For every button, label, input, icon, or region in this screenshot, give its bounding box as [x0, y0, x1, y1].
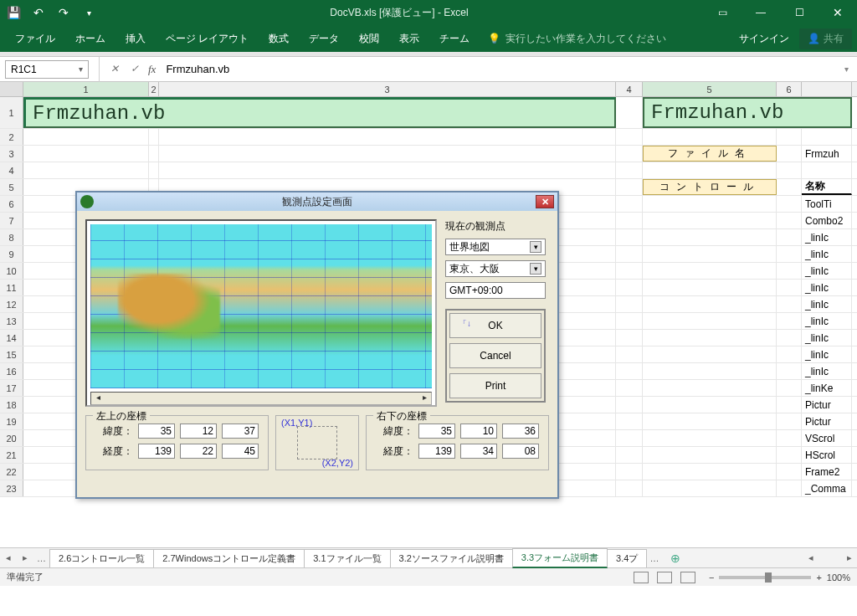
cell[interactable]: [643, 229, 777, 245]
sheet-tab[interactable]: 3.3フォーム説明書: [512, 548, 608, 568]
tab-home[interactable]: ホーム: [65, 25, 115, 52]
row-header[interactable]: 6: [0, 196, 23, 212]
undo-icon[interactable]: ↶: [32, 6, 45, 19]
pagelayout-view-icon[interactable]: [657, 572, 672, 583]
cell[interactable]: [616, 447, 643, 463]
cell[interactable]: Frmzuh: [802, 146, 852, 162]
cell[interactable]: [777, 280, 802, 295]
zoom-out-button[interactable]: −: [709, 572, 714, 583]
cell[interactable]: _linKe: [802, 380, 852, 396]
cell[interactable]: 名称: [802, 179, 852, 195]
row-header[interactable]: 5: [0, 179, 23, 195]
cell[interactable]: [616, 464, 643, 480]
cell[interactable]: [802, 162, 852, 178]
maximize-button[interactable]: ☐: [780, 0, 819, 25]
lat-deg-input[interactable]: [418, 424, 455, 439]
cell[interactable]: [616, 430, 643, 446]
cell[interactable]: [23, 162, 149, 178]
scroll-right-icon[interactable]: ▸: [418, 393, 431, 404]
cell[interactable]: _linIc: [802, 330, 852, 346]
cell[interactable]: [777, 213, 802, 228]
cell[interactable]: [23, 146, 149, 162]
lat-sec-input[interactable]: [502, 424, 539, 439]
cell[interactable]: HScrol: [802, 447, 852, 463]
hscroll-right-icon[interactable]: ▸: [847, 552, 852, 563]
cancel-button[interactable]: Cancel: [449, 343, 541, 368]
cell[interactable]: [616, 330, 643, 346]
chevron-down-icon[interactable]: ▾: [79, 64, 83, 74]
sheet-tab[interactable]: 3.2ソースファイル説明書: [390, 549, 513, 567]
cell[interactable]: [643, 397, 777, 413]
enter-formula-icon[interactable]: ✓: [125, 63, 145, 75]
horizontal-scrollbar[interactable]: ◂ ▸: [90, 392, 432, 405]
cell[interactable]: [616, 346, 643, 362]
cell[interactable]: [616, 146, 643, 162]
cell[interactable]: [643, 380, 777, 396]
cell-r1c1[interactable]: Frmzuhan.vb: [23, 97, 616, 128]
sheet-tab[interactable]: 2.7Windowsコントロール定義書: [153, 549, 305, 567]
tab-data[interactable]: データ: [299, 25, 349, 52]
row-header[interactable]: 11: [0, 280, 23, 295]
select-all-corner[interactable]: [0, 82, 23, 96]
cell[interactable]: [777, 330, 802, 346]
col-header-2[interactable]: 2: [149, 82, 159, 96]
cell[interactable]: [777, 296, 802, 312]
lon-min-input[interactable]: [180, 444, 217, 459]
cell[interactable]: Pictur: [802, 397, 852, 413]
lon-deg-input[interactable]: [138, 444, 175, 459]
zoom-slider[interactable]: [719, 576, 811, 579]
tab-insert[interactable]: 挿入: [115, 25, 156, 52]
cell[interactable]: [616, 397, 643, 413]
cell[interactable]: [643, 464, 777, 480]
fx-icon[interactable]: fx: [148, 63, 156, 76]
cell[interactable]: _linIc: [802, 346, 852, 362]
cell[interactable]: [616, 97, 643, 128]
pagebreak-view-icon[interactable]: [680, 572, 695, 583]
cell[interactable]: [616, 162, 643, 178]
cell[interactable]: [777, 313, 802, 329]
print-button[interactable]: Print: [449, 373, 541, 398]
cell[interactable]: [643, 246, 777, 262]
cell[interactable]: [616, 179, 643, 195]
cell[interactable]: [149, 129, 159, 145]
new-sheet-button[interactable]: ⊕: [662, 552, 689, 565]
row-header[interactable]: 7: [0, 213, 23, 228]
cell[interactable]: [643, 413, 777, 429]
scroll-left-icon[interactable]: ◂: [91, 393, 105, 404]
lat-min-input[interactable]: [180, 424, 217, 439]
expand-formula-icon[interactable]: ▾: [836, 64, 857, 74]
cell[interactable]: [777, 229, 802, 245]
cell[interactable]: [616, 229, 643, 245]
cell[interactable]: [777, 464, 802, 480]
cell[interactable]: [616, 129, 643, 145]
tab-file[interactable]: ファイル: [5, 25, 65, 52]
dialog-close-button[interactable]: ✕: [536, 195, 554, 208]
cell[interactable]: ファイル名: [643, 146, 777, 162]
cell[interactable]: [616, 480, 643, 496]
cell[interactable]: [643, 480, 777, 496]
cell[interactable]: [23, 129, 149, 145]
minimize-button[interactable]: ―: [742, 0, 780, 25]
tab-review[interactable]: 校閲: [349, 25, 389, 52]
row-header[interactable]: 17: [0, 380, 23, 396]
col-header-4[interactable]: 4: [616, 82, 643, 96]
cell[interactable]: [616, 296, 643, 312]
sign-in[interactable]: サインイン: [729, 32, 799, 46]
cell[interactable]: [616, 263, 643, 279]
row-header[interactable]: 12: [0, 296, 23, 312]
cell[interactable]: [777, 179, 802, 195]
row-header[interactable]: 19: [0, 413, 23, 429]
cell[interactable]: [616, 380, 643, 396]
dialog-titlebar[interactable]: 観測点設定画面 ✕: [77, 192, 557, 211]
row-header[interactable]: 21: [0, 447, 23, 463]
tell-me[interactable]: 💡 実行したい作業を入力してください: [480, 32, 675, 46]
cell[interactable]: コントロール: [643, 179, 777, 195]
formula-input[interactable]: Frmzuhan.vb: [159, 63, 836, 75]
row-header[interactable]: 23: [0, 480, 23, 496]
row-header[interactable]: 16: [0, 363, 23, 379]
cell[interactable]: [643, 346, 777, 362]
lon-min-input[interactable]: [460, 444, 497, 459]
cell[interactable]: _linIc: [802, 313, 852, 329]
cell[interactable]: Frame2: [802, 464, 852, 480]
lon-sec-input[interactable]: [502, 444, 539, 459]
